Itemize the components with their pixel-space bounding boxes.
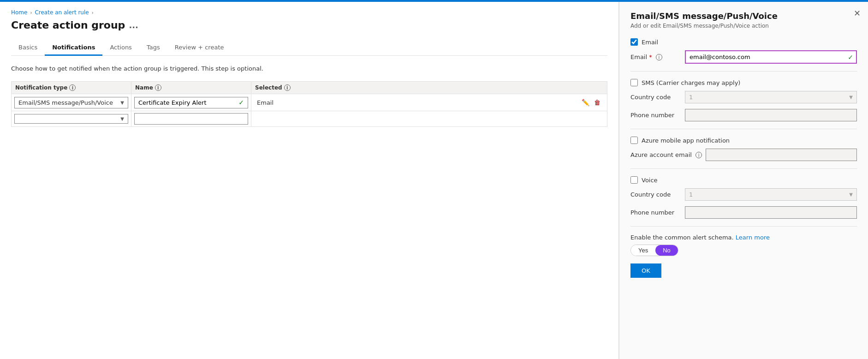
voice-phone-input[interactable]	[685, 206, 857, 219]
notification-type-value: Email/SMS message/Push/Voice	[18, 99, 113, 106]
divider-4	[630, 226, 857, 227]
sms-country-code-select[interactable]: 1 ▼	[685, 91, 857, 103]
left-panel: Home › Create an alert rule › Create act…	[0, 2, 619, 359]
name-input-container: ✓	[134, 97, 248, 108]
sms-country-code-value: 1	[689, 94, 693, 101]
voice-country-code-label: Country code	[630, 191, 681, 198]
sms-country-code-label: Country code	[630, 94, 681, 101]
panel-subtitle: Add or edit Email/SMS message/Push/Voice…	[630, 23, 857, 29]
azure-checkbox[interactable]	[630, 137, 638, 144]
notification-type-dropdown[interactable]: Email/SMS message/Push/Voice ▼	[14, 97, 128, 108]
azure-email-input[interactable]	[706, 149, 857, 161]
email-check-icon: ✓	[848, 54, 853, 61]
sms-label: SMS (Carrier charges may apply)	[642, 79, 740, 86]
azure-email-info-icon[interactable]: i	[696, 152, 702, 158]
delete-row-button[interactable]: 🗑	[593, 98, 601, 107]
sms-phone-row: Phone number	[630, 109, 857, 121]
learn-more-link[interactable]: Learn more	[736, 234, 770, 241]
name-input[interactable]	[135, 97, 235, 108]
table-row-empty: ▼	[12, 111, 607, 127]
breadcrumb-alert-rule[interactable]: Create an alert rule	[35, 9, 89, 16]
sms-phone-label: Phone number	[630, 112, 681, 119]
name-cell-empty	[131, 111, 251, 127]
email-checkbox[interactable]	[630, 38, 638, 46]
name-info-icon[interactable]: i	[155, 84, 161, 91]
common-schema-label: Enable the common alert schema. Learn mo…	[630, 234, 857, 241]
breadcrumb-home[interactable]: Home	[11, 9, 27, 16]
notification-type-dropdown-empty[interactable]: ▼	[14, 114, 128, 124]
email-input[interactable]	[685, 50, 857, 64]
voice-checkbox[interactable]	[630, 176, 638, 184]
tab-bar: Basics Notifications Actions Tags Review…	[11, 40, 607, 56]
voice-label: Voice	[642, 177, 658, 184]
voice-phone-label: Phone number	[630, 209, 681, 216]
divider-1	[630, 71, 857, 72]
tab-basics[interactable]: Basics	[11, 40, 45, 56]
email-field-info-icon[interactable]: i	[656, 54, 662, 60]
toggle-no-button[interactable]: No	[655, 245, 678, 256]
divider-3	[630, 168, 857, 169]
tab-description: Choose how to get notified when the acti…	[11, 65, 607, 72]
right-panel: ✕ Email/SMS message/Push/Voice Add or ed…	[619, 2, 868, 359]
voice-section: Voice	[630, 176, 857, 184]
ok-button[interactable]: OK	[630, 263, 661, 278]
col-header-selected: Selected i	[251, 82, 607, 94]
notification-type-chevron: ▼	[120, 100, 124, 105]
common-schema-row: Enable the common alert schema. Learn mo…	[630, 234, 857, 256]
sms-checkbox[interactable]	[630, 79, 638, 86]
tab-tags[interactable]: Tags	[139, 40, 167, 56]
email-required-asterisk: *	[649, 54, 652, 60]
selected-cell-empty	[251, 111, 607, 127]
voice-country-code-value: 1	[689, 191, 693, 198]
voice-country-code-select[interactable]: 1 ▼	[685, 188, 857, 201]
azure-label: Azure mobile app notification	[642, 137, 730, 144]
selected-value: Email	[257, 99, 273, 106]
tab-notifications[interactable]: Notifications	[45, 40, 102, 56]
page-title-dots[interactable]: ...	[129, 20, 138, 30]
sms-section: SMS (Carrier charges may apply)	[630, 79, 857, 86]
azure-section: Azure mobile app notification	[630, 137, 857, 144]
panel-title: Email/SMS message/Push/Voice	[630, 11, 843, 21]
breadcrumb-sep-2: ›	[92, 10, 94, 15]
name-cell: ✓	[131, 94, 251, 111]
azure-email-row: Azure account email i	[630, 149, 857, 161]
page-title: Create action group	[11, 19, 125, 31]
divider-2	[630, 129, 857, 129]
email-field-row: Email * i ✓	[630, 50, 857, 64]
notification-type-info-icon[interactable]: i	[69, 84, 76, 91]
edit-row-button[interactable]: ✏️	[581, 98, 590, 107]
email-label: Email	[642, 39, 658, 46]
email-section: Email	[630, 38, 857, 46]
notification-type-cell-empty: ▼	[12, 111, 131, 127]
name-checkmark-icon: ✓	[235, 99, 248, 106]
notifications-table: Notification type i Name i Selected	[11, 81, 607, 127]
selected-info-icon[interactable]: i	[284, 84, 291, 91]
col-header-notification-type: Notification type i	[12, 82, 131, 94]
name-input-container-empty	[134, 113, 248, 125]
voice-country-code-row: Country code 1 ▼	[630, 188, 857, 201]
sms-country-code-row: Country code 1 ▼	[630, 91, 857, 103]
toggle-group: Yes No	[630, 245, 678, 256]
notification-type-cell: Email/SMS message/Push/Voice ▼	[12, 94, 131, 111]
selected-cell-container: Email ✏️ 🗑	[251, 94, 607, 111]
col-header-name: Name i	[131, 82, 251, 94]
azure-email-label: Azure account email i	[630, 151, 702, 159]
page-header: Create action group ...	[11, 19, 607, 31]
email-input-wrap: ✓	[685, 50, 857, 64]
tab-review-create[interactable]: Review + create	[167, 40, 232, 56]
voice-phone-row: Phone number	[630, 206, 857, 219]
notification-type-empty-chevron: ▼	[120, 116, 124, 121]
breadcrumb-sep-1: ›	[30, 10, 32, 15]
breadcrumb: Home › Create an alert rule ›	[11, 9, 607, 16]
tab-actions[interactable]: Actions	[102, 40, 139, 56]
email-field-label: Email * i	[630, 54, 681, 61]
voice-country-code-chevron: ▼	[849, 192, 853, 197]
toggle-yes-button[interactable]: Yes	[631, 245, 655, 256]
panel-close-button[interactable]: ✕	[854, 9, 861, 18]
name-input-empty[interactable]	[135, 114, 248, 124]
sms-country-code-chevron: ▼	[849, 95, 853, 100]
table-row: Email/SMS message/Push/Voice ▼ ✓ Email	[12, 94, 607, 111]
sms-phone-input[interactable]	[685, 109, 857, 121]
